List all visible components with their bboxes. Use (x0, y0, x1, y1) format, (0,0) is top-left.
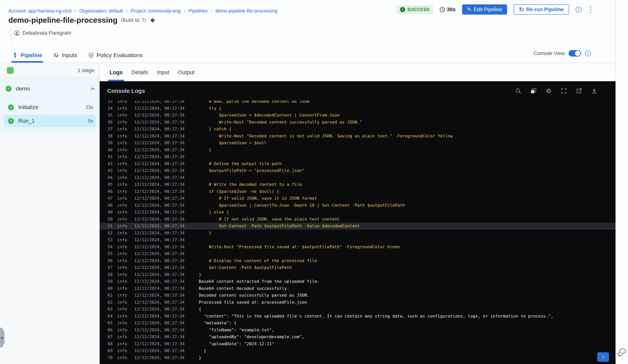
build-id: (Build Id: 7) (121, 17, 146, 23)
chevron-up-icon[interactable] (90, 87, 95, 90)
log-row[interactable]: 39info12/12/2024, 00:27:34 $parsedJson =… (100, 140, 616, 146)
clock-icon (440, 7, 445, 12)
log-level: info (117, 250, 128, 257)
log-row[interactable]: 63info12/12/2024, 00:27:34{ (100, 306, 616, 313)
settings-gear-icon[interactable]: ⚙ (546, 88, 552, 94)
shield-check-icon (88, 52, 94, 58)
breadcrumb-link[interactable]: Project: community-eng (131, 8, 181, 14)
log-row[interactable]: 61info12/12/2024, 00:27:34Decoded conten… (100, 292, 616, 299)
log-level: info (117, 306, 128, 313)
log-row[interactable]: 70info12/12/2024, 00:27:34} (100, 354, 616, 361)
console-view-info-icon[interactable]: i (585, 51, 591, 56)
rerun-pipeline-button[interactable]: ↻ Re-run Pipeline (514, 4, 569, 15)
log-row[interactable]: 55info12/12/2024, 00:27:34 (100, 250, 616, 257)
tab-policy-evaluations-label: Policy Evaluations (97, 52, 143, 59)
tab-details[interactable]: Details (131, 63, 148, 81)
log-message: # Now, parse the decoded content as JSON (199, 101, 310, 105)
log-row[interactable]: 65info12/12/2024, 00:27:34 "metadata": { (100, 320, 616, 327)
log-row[interactable]: 53info12/12/2024, 00:27:34 (100, 236, 616, 243)
breadcrumb-link[interactable]: demo-pipeline-file-processing (216, 8, 278, 14)
scroll-to-top-button[interactable]: ↑ (597, 352, 609, 362)
tab-output[interactable]: Output (178, 63, 194, 81)
log-row[interactable]: 37info12/12/2024, 00:27:34 } catch { (100, 126, 616, 133)
log-level: info (117, 126, 128, 133)
step-row-initialize[interactable]: ✓ Initialize 23s (3, 101, 96, 114)
breadcrumb-link[interactable]: Organization: default (79, 8, 123, 14)
breadcrumb-link[interactable]: Pipelines (188, 8, 208, 14)
log-line-number: 60 (107, 285, 113, 292)
log-level: info (117, 188, 128, 195)
status-label: SUCCESS (407, 7, 430, 12)
breadcrumb: Account: app-harness-ng-cicd›Organizatio… (8, 6, 277, 15)
download-icon[interactable] (591, 88, 597, 94)
log-row[interactable]: 62info12/12/2024, 00:27:34Processed file… (100, 299, 616, 306)
open-external-icon[interactable] (576, 88, 582, 94)
tab-input[interactable]: Input (157, 63, 169, 81)
log-level: info (117, 174, 128, 181)
log-row[interactable]: 43info12/12/2024, 00:27:34 $outputFilePa… (100, 167, 616, 174)
log-row[interactable]: 45info12/12/2024, 00:27:34 # Write the d… (100, 181, 616, 188)
log-row[interactable]: 67info12/12/2024, 00:27:34 "uploadedBy":… (100, 333, 616, 341)
log-level: info (117, 278, 128, 285)
log-row[interactable]: 66info12/12/2024, 00:27:34 "fileName": "… (100, 327, 616, 334)
log-message: } catch { (199, 126, 232, 133)
log-row[interactable]: 44info12/12/2024, 00:27:34 (100, 174, 616, 181)
log-row[interactable]: 42info12/12/2024, 00:27:34 # Define the … (100, 160, 616, 167)
log-row[interactable]: 36info12/12/2024, 00:27:34 Write-Host "D… (100, 119, 616, 126)
log-row[interactable]: 35info12/12/2024, 00:27:34 $parsedJson =… (100, 112, 616, 119)
log-row[interactable]: 34info12/12/2024, 00:27:34 try { (100, 105, 616, 112)
log-message: Base64 content extracted from the upload… (199, 278, 319, 285)
log-line-number: 64 (107, 313, 113, 320)
stage-row-demo[interactable]: ✓ demo (0, 83, 99, 94)
info-icon[interactable]: i (576, 7, 581, 12)
tab-pipeline[interactable]: Pipeline (12, 48, 42, 63)
log-timestamp: 12/12/2024, 00:27:34 (134, 119, 185, 126)
log-row[interactable]: 56info12/12/2024, 00:27:34 # Display the… (100, 257, 616, 264)
breadcrumb-link[interactable]: Account: app-harness-ng-cicd (8, 8, 71, 14)
log-row[interactable]: 69info12/12/2024, 00:27:34 } (100, 347, 616, 354)
log-row[interactable]: 48info12/12/2024, 00:27:34 $parsedJson |… (100, 202, 616, 209)
log-row[interactable]: 50info12/12/2024, 00:27:34 # If not vali… (100, 216, 616, 223)
log-row[interactable]: 64info12/12/2024, 00:27:34 "content": "T… (100, 313, 616, 320)
search-icon[interactable] (515, 88, 522, 94)
fullscreen-icon[interactable] (561, 88, 567, 94)
tab-logs[interactable]: Logs (110, 63, 123, 81)
log-row[interactable]: 33info12/12/2024, 00:27:34 # Now, parse … (100, 101, 616, 105)
log-row[interactable]: 41info12/12/2024, 00:27:34 (100, 153, 616, 160)
log-message: } (199, 354, 201, 361)
log-line-number: 34 (107, 105, 113, 112)
log-timestamp: 12/12/2024, 00:27:34 (134, 347, 185, 354)
log-row[interactable]: 57info12/12/2024, 00:27:34 Get-Content -… (100, 264, 616, 271)
log-timestamp: 12/12/2024, 00:27:34 (134, 236, 185, 243)
log-timestamp: 12/12/2024, 00:27:34 (134, 202, 185, 209)
log-level: info (117, 181, 128, 188)
more-options-menu[interactable] (588, 5, 593, 14)
tab-policy-evaluations[interactable]: Policy Evaluations (88, 48, 143, 63)
log-row[interactable]: 47info12/12/2024, 00:27:34 # If valid JS… (100, 195, 616, 202)
log-row[interactable]: 49info12/12/2024, 00:27:34 } else { (100, 209, 616, 216)
log-row[interactable]: 46info12/12/2024, 00:27:34 if ($parsedJs… (100, 188, 616, 195)
log-row[interactable]: 68info12/12/2024, 00:27:34 "uploadDate":… (100, 341, 616, 348)
log-row[interactable]: 58info12/12/2024, 00:27:34} (100, 271, 616, 278)
log-row[interactable]: 38info12/12/2024, 00:27:34 Write-Host "D… (100, 133, 616, 140)
header-controls: ✓ SUCCESS 30s ✎ Edit Pipeline ↻ Re-run P… (396, 4, 593, 15)
log-line-number: 57 (107, 264, 113, 271)
log-level: info (117, 333, 128, 341)
log-row[interactable]: 59info12/12/2024, 00:27:34Base64 content… (100, 278, 616, 285)
console-view-toggle[interactable] (569, 50, 581, 57)
copy-icon[interactable] (530, 88, 537, 94)
log-row[interactable]: 52info12/12/2024, 00:27:34 } (100, 230, 616, 237)
log-viewport[interactable]: 33info12/12/2024, 00:27:34 # Now, parse … (100, 101, 616, 364)
step-row-run-1[interactable]: ✓ Run_1 5s (3, 115, 96, 127)
edit-pipeline-button[interactable]: ✎ Edit Pipeline (462, 4, 507, 15)
log-message: Set-Content -Path $outputFilePath -Value… (199, 223, 360, 230)
help-chat-icon[interactable] (617, 347, 627, 357)
log-row[interactable]: 51info12/12/2024, 00:27:34 Set-Content -… (100, 223, 616, 230)
step-name: Run_1 (18, 118, 84, 124)
log-level: info (117, 209, 128, 216)
tab-inputs[interactable]: Inputs (53, 48, 77, 63)
log-level: info (117, 327, 128, 334)
log-row[interactable]: 40info12/12/2024, 00:27:34 } (100, 146, 616, 153)
log-row[interactable]: 54info12/12/2024, 00:27:34 Write-Host "P… (100, 243, 616, 250)
log-row[interactable]: 60info12/12/2024, 00:27:34Base64 content… (100, 285, 616, 292)
